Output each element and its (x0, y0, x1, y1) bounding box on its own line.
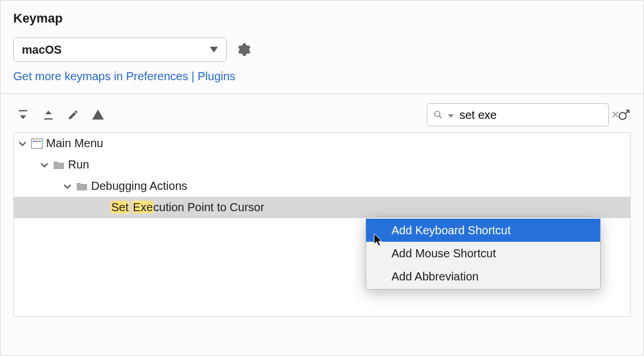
folder-icon (76, 182, 88, 191)
collapse-all-icon[interactable] (42, 108, 55, 121)
context-menu: Add Keyboard Shortcut Add Mouse Shortcut… (366, 217, 601, 290)
tree-label: Debugging Actions (91, 179, 187, 193)
svg-point-2 (435, 111, 440, 117)
warning-icon[interactable] (92, 108, 104, 121)
search-icon (433, 110, 443, 120)
ctx-add-abbreviation[interactable]: Add Abbreviation (366, 265, 600, 288)
chevron-down-icon (63, 182, 73, 190)
svg-rect-11 (39, 141, 41, 142)
divider (1, 93, 643, 94)
chevron-down-icon (40, 161, 50, 169)
find-by-shortcut-icon[interactable] (617, 108, 631, 122)
search-input[interactable]: ✕ (427, 103, 609, 126)
action-tree[interactable]: Main Menu Run Debugging Actions Set Exec… (13, 132, 631, 317)
edit-icon[interactable] (67, 109, 79, 121)
more-keymaps-link[interactable]: Get more keymaps in Preferences | Plugin… (13, 70, 631, 83)
chevron-down-icon (18, 140, 28, 148)
svg-rect-10 (36, 141, 38, 142)
chevron-down-icon (210, 47, 218, 53)
ctx-add-mouse-shortcut[interactable]: Add Mouse Shortcut (366, 242, 600, 265)
svg-rect-9 (33, 141, 35, 142)
page-title: Keymap (13, 11, 631, 26)
keymap-select-value: macOS (22, 43, 62, 57)
tree-label: Set Execution Point to Cursor (111, 201, 264, 214)
svg-line-3 (439, 116, 442, 118)
tree-node-action[interactable]: Set Execution Point to Cursor (14, 197, 630, 218)
tree-node-debugging[interactable]: Debugging Actions (14, 175, 630, 197)
svg-rect-0 (19, 110, 28, 111)
folder-icon (53, 160, 65, 170)
svg-line-5 (626, 111, 628, 114)
tree-label: Run (68, 158, 89, 171)
expand-all-icon[interactable] (17, 108, 29, 121)
svg-rect-1 (44, 118, 53, 119)
search-dropdown-icon[interactable] (448, 108, 454, 122)
tree-node-main-menu[interactable]: Main Menu (14, 133, 630, 154)
menu-icon (31, 138, 43, 149)
tree-label: Main Menu (46, 137, 103, 150)
ctx-add-keyboard-shortcut[interactable]: Add Keyboard Shortcut (366, 219, 600, 242)
svg-point-4 (619, 113, 626, 119)
tree-node-run[interactable]: Run (14, 154, 630, 175)
svg-rect-8 (32, 138, 43, 148)
keymap-select[interactable]: macOS (13, 38, 227, 62)
search-field[interactable] (458, 108, 607, 122)
gear-icon[interactable] (237, 43, 251, 57)
